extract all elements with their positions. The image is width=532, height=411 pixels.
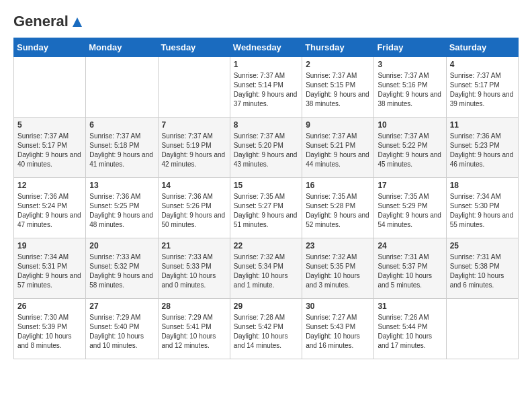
logo: General [13, 13, 85, 27]
day-number: 8 [234, 120, 298, 130]
day-info: Sunrise: 7:37 AM Sunset: 5:22 PM Dayligh… [378, 132, 442, 169]
calendar-cell: 3Sunrise: 7:37 AM Sunset: 5:16 PM Daylig… [374, 57, 446, 118]
day-number: 5 [17, 120, 82, 130]
day-number: 7 [162, 120, 226, 130]
calendar-cell: 25Sunrise: 7:31 AM Sunset: 5:38 PM Dayli… [446, 238, 518, 299]
day-number: 2 [306, 60, 370, 69]
day-number: 31 [378, 302, 442, 311]
calendar-cell [86, 57, 158, 118]
header-thursday: Thursday [302, 38, 374, 57]
day-info: Sunrise: 7:30 AM Sunset: 5:39 PM Dayligh… [17, 313, 82, 351]
day-number: 20 [89, 241, 154, 250]
calendar-cell: 7Sunrise: 7:37 AM Sunset: 5:19 PM Daylig… [158, 118, 230, 178]
calendar-cell: 5Sunrise: 7:37 AM Sunset: 5:17 PM Daylig… [14, 118, 86, 178]
day-number: 17 [378, 181, 442, 190]
calendar-week-row: 26Sunrise: 7:30 AM Sunset: 5:39 PM Dayli… [14, 299, 519, 359]
calendar-cell: 16Sunrise: 7:35 AM Sunset: 5:28 PM Dayli… [302, 178, 374, 238]
day-info: Sunrise: 7:31 AM Sunset: 5:38 PM Dayligh… [450, 253, 515, 290]
calendar-cell: 2Sunrise: 7:37 AM Sunset: 5:15 PM Daylig… [302, 57, 374, 118]
calendar-cell: 6Sunrise: 7:37 AM Sunset: 5:18 PM Daylig… [86, 118, 158, 178]
header-monday: Monday [86, 38, 158, 57]
day-info: Sunrise: 7:31 AM Sunset: 5:37 PM Dayligh… [378, 253, 442, 290]
day-number: 11 [450, 120, 515, 130]
logo-line1: General [13, 13, 69, 30]
calendar-cell [14, 57, 86, 118]
calendar-cell: 19Sunrise: 7:34 AM Sunset: 5:31 PM Dayli… [14, 238, 86, 299]
header-tuesday: Tuesday [158, 38, 230, 57]
day-info: Sunrise: 7:35 AM Sunset: 5:29 PM Dayligh… [378, 192, 442, 230]
day-info: Sunrise: 7:35 AM Sunset: 5:28 PM Dayligh… [306, 192, 370, 230]
day-number: 16 [306, 181, 370, 190]
day-info: Sunrise: 7:32 AM Sunset: 5:35 PM Dayligh… [306, 253, 370, 290]
header-saturday: Saturday [446, 38, 518, 57]
header-sunday: Sunday [14, 38, 86, 57]
day-number: 26 [17, 302, 82, 311]
calendar-header-row: SundayMondayTuesdayWednesdayThursdayFrid… [14, 38, 519, 57]
calendar-cell: 14Sunrise: 7:36 AM Sunset: 5:26 PM Dayli… [158, 178, 230, 238]
calendar-cell: 27Sunrise: 7:29 AM Sunset: 5:40 PM Dayli… [86, 299, 158, 359]
calendar-cell: 29Sunrise: 7:28 AM Sunset: 5:42 PM Dayli… [230, 299, 302, 359]
day-info: Sunrise: 7:37 AM Sunset: 5:17 PM Dayligh… [450, 71, 515, 109]
day-number: 27 [89, 302, 154, 311]
day-info: Sunrise: 7:34 AM Sunset: 5:31 PM Dayligh… [17, 253, 82, 290]
day-info: Sunrise: 7:37 AM Sunset: 5:16 PM Dayligh… [378, 71, 442, 109]
day-number: 25 [450, 241, 515, 250]
day-info: Sunrise: 7:28 AM Sunset: 5:42 PM Dayligh… [234, 313, 298, 351]
day-info: Sunrise: 7:37 AM Sunset: 5:14 PM Dayligh… [234, 71, 298, 109]
day-number: 19 [17, 241, 82, 250]
calendar-cell: 10Sunrise: 7:37 AM Sunset: 5:22 PM Dayli… [374, 118, 446, 178]
calendar-cell [446, 299, 518, 359]
day-number: 12 [17, 181, 82, 190]
day-number: 22 [234, 241, 298, 250]
day-info: Sunrise: 7:37 AM Sunset: 5:20 PM Dayligh… [234, 132, 298, 169]
day-info: Sunrise: 7:33 AM Sunset: 5:33 PM Dayligh… [162, 253, 226, 290]
calendar-cell: 28Sunrise: 7:29 AM Sunset: 5:41 PM Dayli… [158, 299, 230, 359]
header-friday: Friday [374, 38, 446, 57]
day-info: Sunrise: 7:37 AM Sunset: 5:17 PM Dayligh… [17, 132, 82, 169]
calendar-cell: 9Sunrise: 7:37 AM Sunset: 5:21 PM Daylig… [302, 118, 374, 178]
day-number: 10 [378, 120, 442, 130]
day-number: 4 [450, 60, 515, 69]
day-info: Sunrise: 7:29 AM Sunset: 5:40 PM Dayligh… [89, 313, 154, 351]
day-info: Sunrise: 7:27 AM Sunset: 5:43 PM Dayligh… [306, 313, 370, 351]
day-number: 21 [162, 241, 226, 250]
day-number: 30 [306, 302, 370, 311]
header-wednesday: Wednesday [230, 38, 302, 57]
day-number: 29 [234, 302, 298, 311]
day-info: Sunrise: 7:34 AM Sunset: 5:30 PM Dayligh… [450, 192, 515, 230]
day-info: Sunrise: 7:36 AM Sunset: 5:23 PM Dayligh… [450, 132, 515, 169]
svg-marker-0 [73, 17, 82, 27]
calendar-cell: 13Sunrise: 7:36 AM Sunset: 5:25 PM Dayli… [86, 178, 158, 238]
calendar-cell: 11Sunrise: 7:36 AM Sunset: 5:23 PM Dayli… [446, 118, 518, 178]
calendar-cell [158, 57, 230, 118]
calendar-cell: 1Sunrise: 7:37 AM Sunset: 5:14 PM Daylig… [230, 57, 302, 118]
day-info: Sunrise: 7:26 AM Sunset: 5:44 PM Dayligh… [378, 313, 442, 351]
calendar-cell: 18Sunrise: 7:34 AM Sunset: 5:30 PM Dayli… [446, 178, 518, 238]
day-number: 23 [306, 241, 370, 250]
day-number: 1 [234, 60, 298, 69]
day-number: 9 [306, 120, 370, 130]
calendar-cell: 24Sunrise: 7:31 AM Sunset: 5:37 PM Dayli… [374, 238, 446, 299]
calendar-cell: 31Sunrise: 7:26 AM Sunset: 5:44 PM Dayli… [374, 299, 446, 359]
calendar-cell: 23Sunrise: 7:32 AM Sunset: 5:35 PM Dayli… [302, 238, 374, 299]
calendar-week-row: 19Sunrise: 7:34 AM Sunset: 5:31 PM Dayli… [14, 238, 519, 299]
calendar-cell: 15Sunrise: 7:35 AM Sunset: 5:27 PM Dayli… [230, 178, 302, 238]
calendar-cell: 30Sunrise: 7:27 AM Sunset: 5:43 PM Dayli… [302, 299, 374, 359]
day-number: 13 [89, 181, 154, 190]
calendar-cell: 20Sunrise: 7:33 AM Sunset: 5:32 PM Dayli… [86, 238, 158, 299]
day-info: Sunrise: 7:32 AM Sunset: 5:34 PM Dayligh… [234, 253, 298, 290]
day-number: 3 [378, 60, 442, 69]
day-info: Sunrise: 7:37 AM Sunset: 5:19 PM Dayligh… [162, 132, 226, 169]
calendar-cell: 4Sunrise: 7:37 AM Sunset: 5:17 PM Daylig… [446, 57, 518, 118]
day-info: Sunrise: 7:36 AM Sunset: 5:26 PM Dayligh… [162, 192, 226, 230]
day-number: 28 [162, 302, 226, 311]
day-number: 15 [234, 181, 298, 190]
day-info: Sunrise: 7:36 AM Sunset: 5:25 PM Dayligh… [89, 192, 154, 230]
logo-icon [70, 15, 85, 30]
day-info: Sunrise: 7:29 AM Sunset: 5:41 PM Dayligh… [162, 313, 226, 351]
day-info: Sunrise: 7:35 AM Sunset: 5:27 PM Dayligh… [234, 192, 298, 230]
calendar-cell: 21Sunrise: 7:33 AM Sunset: 5:33 PM Dayli… [158, 238, 230, 299]
calendar-week-row: 12Sunrise: 7:36 AM Sunset: 5:24 PM Dayli… [14, 178, 519, 238]
day-number: 14 [162, 181, 226, 190]
calendar-cell: 22Sunrise: 7:32 AM Sunset: 5:34 PM Dayli… [230, 238, 302, 299]
